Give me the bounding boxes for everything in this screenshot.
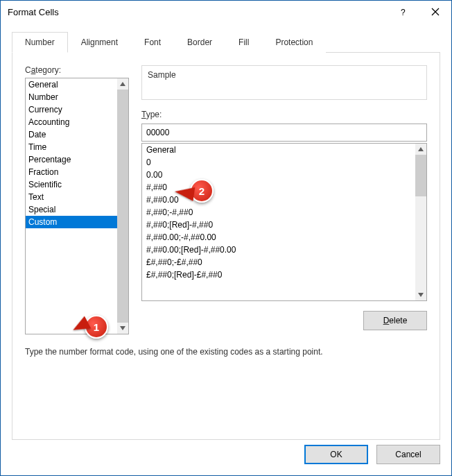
tabs: Number Alignment Font Border Fill Protec… — [12, 31, 440, 53]
titlebar: Format Cells ? — [1, 1, 451, 23]
tab-protection[interactable]: Protection — [262, 32, 326, 53]
delete-button[interactable]: Delete — [363, 311, 427, 330]
category-scrollbar[interactable] — [117, 78, 128, 334]
dialog-title: Format Cells — [8, 7, 388, 17]
ok-button[interactable]: OK — [304, 445, 368, 464]
format-cells-dialog: Format Cells ? Number Alignment Font Bor… — [0, 0, 452, 476]
category-item[interactable]: Scientific — [26, 178, 117, 191]
sample-group: Sample — [141, 65, 427, 100]
chevron-down-icon[interactable] — [117, 323, 128, 334]
category-item[interactable]: Fraction — [26, 166, 117, 178]
format-item[interactable]: General — [142, 144, 415, 156]
tab-border[interactable]: Border — [174, 32, 225, 53]
svg-text:?: ? — [401, 8, 406, 17]
scroll-thumb[interactable] — [415, 155, 426, 196]
format-item[interactable]: £#,##0;-£#,##0 — [142, 256, 415, 269]
category-item[interactable]: Number — [26, 91, 117, 103]
chevron-down-icon[interactable] — [415, 289, 426, 300]
type-input[interactable] — [141, 124, 427, 142]
chevron-up-icon[interactable] — [117, 78, 128, 90]
category-item[interactable]: Accounting — [26, 116, 117, 128]
category-label: Category: — [25, 65, 129, 75]
tab-font[interactable]: Font — [131, 32, 174, 53]
category-item[interactable]: Currency — [26, 103, 117, 116]
svg-marker-6 — [418, 293, 424, 297]
category-list[interactable]: GeneralNumberCurrencyAccountingDateTimeP… — [25, 78, 129, 334]
hint-text: Type the number format code, using one o… — [25, 347, 427, 357]
format-item[interactable]: 0 — [142, 156, 415, 169]
close-icon — [431, 8, 440, 16]
category-item[interactable]: Text — [26, 191, 117, 203]
category-item[interactable]: Percentage — [26, 153, 117, 166]
cancel-button[interactable]: Cancel — [376, 445, 440, 464]
format-item[interactable]: #,##0.00;-#,##0.00 — [142, 231, 415, 244]
help-icon: ? — [399, 6, 408, 17]
format-item[interactable]: #,##0 — [142, 181, 415, 194]
category-item[interactable]: Custom — [26, 216, 117, 228]
sample-label: Sample — [148, 70, 421, 80]
format-scrollbar[interactable] — [415, 144, 426, 300]
format-item[interactable]: £#,##0;[Red]-£#,##0 — [142, 269, 415, 281]
svg-marker-4 — [120, 326, 125, 330]
tab-alignment[interactable]: Alignment — [68, 32, 131, 53]
number-panel: Category: GeneralNumberCurrencyAccountin… — [12, 53, 440, 440]
format-item[interactable]: #,##0.00;[Red]-#,##0.00 — [142, 244, 415, 256]
svg-marker-5 — [418, 147, 424, 151]
category-item[interactable]: Date — [26, 128, 117, 141]
svg-marker-3 — [120, 82, 125, 86]
format-item[interactable]: #,##0;[Red]-#,##0 — [142, 219, 415, 231]
tab-number[interactable]: Number — [12, 32, 68, 53]
scroll-thumb[interactable] — [117, 90, 128, 323]
tab-fill[interactable]: Fill — [225, 32, 262, 53]
dialog-footer: OK Cancel — [304, 445, 440, 464]
format-list[interactable]: General00.00#,##0#,##0.00#,##0;-#,##0#,#… — [141, 143, 427, 301]
type-label: Type: — [141, 110, 427, 119]
close-button[interactable] — [419, 1, 451, 23]
format-item[interactable]: 0.00 — [142, 169, 415, 181]
format-item[interactable]: #,##0.00 — [142, 194, 415, 206]
chevron-up-icon[interactable] — [415, 144, 426, 155]
category-item[interactable]: Special — [26, 203, 117, 216]
category-item[interactable]: General — [26, 78, 117, 91]
help-button[interactable]: ? — [388, 1, 419, 23]
category-item[interactable]: Time — [26, 141, 117, 153]
format-item[interactable]: #,##0;-#,##0 — [142, 206, 415, 219]
